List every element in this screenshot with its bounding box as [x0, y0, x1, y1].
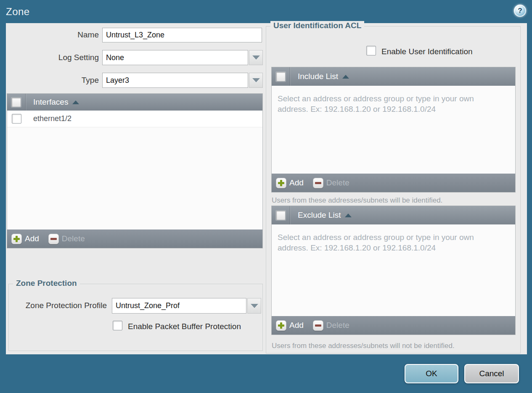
zone-protection-profile-dropdown-button[interactable] [247, 298, 261, 314]
sort-ascending-icon [72, 100, 79, 104]
table-row[interactable]: ethernet1/2 [7, 111, 262, 127]
delete-icon [313, 320, 323, 331]
ok-button[interactable]: OK [405, 364, 458, 383]
cancel-button[interactable]: Cancel [464, 364, 519, 383]
interface-name: ethernet1/2 [33, 114, 71, 123]
exclude-list-column-header[interactable]: Exclude List [298, 211, 352, 220]
include-list-body[interactable]: Select an address or address group or ty… [272, 86, 515, 174]
include-list-table: Include List Select an address or addres… [271, 67, 516, 193]
include-list-header-label: Include List [298, 72, 338, 81]
exclude-list-footer: Add Delete [272, 316, 515, 335]
chevron-down-icon [252, 78, 260, 82]
add-button-label: Add [25, 234, 39, 243]
include-list-column-header[interactable]: Include List [298, 72, 349, 81]
zone-protection-profile-label: Zone Protection Profile [17, 301, 107, 310]
interfaces-select-all-checkbox[interactable] [11, 98, 21, 107]
exclude-list-placeholder: Select an address or address group or ty… [278, 232, 503, 253]
type-input[interactable] [102, 73, 248, 88]
add-button-label: Add [289, 321, 304, 330]
name-label: Name [31, 30, 99, 40]
dialog-titlebar: Zone ? [0, 0, 532, 23]
user-identification-acl-group: User Identification ACL Enable User Iden… [266, 26, 521, 353]
zone-protection-profile-input[interactable] [112, 298, 246, 314]
zone-protection-group: Zone Protection Zone Protection Profile … [8, 284, 263, 351]
exclude-list-header: Exclude List [272, 206, 515, 224]
include-list-header: Include List [272, 67, 515, 86]
interfaces-table: Interfaces ethernet1/2 Add Delete [7, 93, 263, 248]
enable-user-identification-checkbox[interactable] [366, 46, 376, 55]
interfaces-table-footer: Add Delete [7, 229, 262, 248]
chevron-down-icon [251, 304, 258, 308]
add-icon [11, 234, 22, 244]
exclude-list-body[interactable]: Select an address or address group or ty… [272, 224, 515, 316]
dialog-content: Name Log Setting Type Interfaces [6, 23, 527, 354]
delete-button-label: Delete [62, 234, 85, 243]
log-setting-dropdown-button[interactable] [249, 50, 263, 65]
dialog-title: Zone [6, 6, 30, 18]
interfaces-delete-button[interactable]: Delete [48, 234, 85, 244]
zone-dialog: Zone ? Name Log Setting Type Interfaces [0, 0, 532, 393]
add-button-label: Add [289, 178, 304, 187]
include-list-placeholder: Select an address or address group or ty… [278, 93, 503, 114]
help-icon[interactable]: ? [514, 5, 526, 17]
log-setting-input[interactable] [102, 50, 248, 65]
exclude-list-table: Exclude List Select an address or addres… [271, 206, 516, 335]
interfaces-table-body: ethernet1/2 [7, 111, 262, 229]
chevron-down-icon [252, 55, 260, 60]
enable-user-identification-label: Enable User Identification [381, 47, 473, 56]
help-glyph: ? [518, 7, 522, 15]
interfaces-column-header[interactable]: Interfaces [33, 98, 79, 107]
include-list-add-button[interactable]: Add [276, 178, 304, 188]
interfaces-add-button[interactable]: Add [11, 234, 39, 244]
exclude-list-delete-button[interactable]: Delete [313, 320, 349, 331]
add-icon [276, 178, 286, 188]
name-input[interactable] [102, 28, 262, 42]
type-dropdown-button[interactable] [249, 73, 263, 88]
interfaces-table-header: Interfaces [7, 94, 262, 111]
include-list-caption: Users from these addresses/subnets will … [272, 196, 442, 205]
include-list-delete-button[interactable]: Delete [313, 178, 349, 188]
exclude-list-header-label: Exclude List [298, 211, 341, 220]
type-label: Type [31, 76, 99, 85]
exclude-list-select-all-checkbox[interactable] [276, 211, 286, 220]
exclude-list-caption: Users from these addresses/subnets will … [272, 342, 455, 350]
sort-ascending-icon [342, 75, 349, 79]
interface-row-checkbox[interactable] [12, 114, 21, 124]
include-list-select-all-checkbox[interactable] [276, 72, 286, 82]
delete-icon [48, 234, 59, 244]
zone-protection-legend: Zone Protection [13, 279, 80, 288]
log-setting-label: Log Setting [31, 53, 99, 62]
exclude-list-add-button[interactable]: Add [276, 320, 304, 331]
interfaces-header-label: Interfaces [33, 98, 68, 107]
delete-button-label: Delete [326, 321, 349, 330]
delete-button-label: Delete [326, 178, 349, 187]
packet-buffer-protection-label: Enable Packet Buffer Protection [128, 322, 241, 331]
add-icon [276, 320, 286, 331]
delete-icon [313, 178, 323, 188]
include-list-footer: Add Delete [272, 174, 515, 192]
user-identification-acl-legend: User Identification ACL [270, 21, 364, 30]
packet-buffer-protection-checkbox[interactable] [113, 321, 122, 330]
sort-ascending-icon [345, 214, 352, 217]
